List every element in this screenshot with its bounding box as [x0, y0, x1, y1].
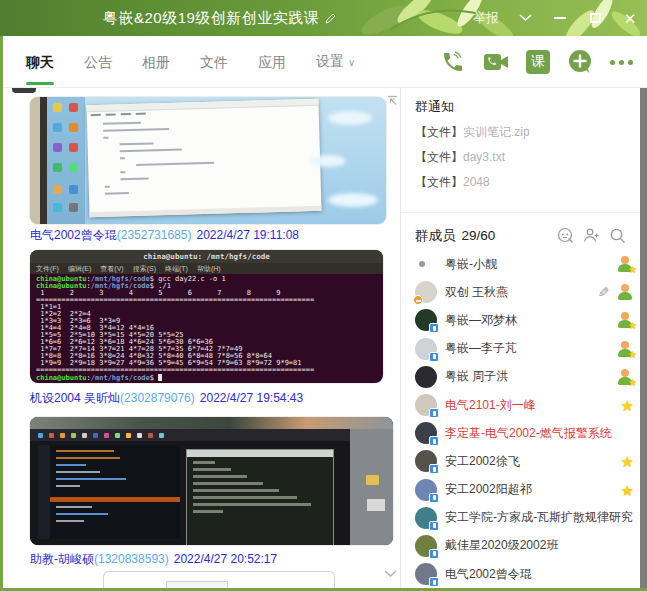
photo-classroom-strip [30, 417, 393, 429]
member-name: 粤嵌-小靓 [445, 256, 497, 273]
chat-history-panel: 电气2002曾令琨23527316852022/4/27 19:11:08 ch… [3, 88, 400, 588]
typing-pencil-icon: ✎ [595, 286, 611, 298]
photo-wall [30, 97, 40, 224]
photo-desk-right [350, 429, 393, 545]
mobile-online-icon [429, 408, 439, 418]
member-name: 粤嵌—邓梦林 [445, 312, 517, 329]
terminal-menubar: 文件(F)编辑(E)查看(V)搜索(S)终端(T)帮助(H) [30, 263, 383, 274]
member-name: 安工学院-方家成-瓦斯扩散规律研究 [445, 509, 633, 526]
member-row[interactable]: 电气2101-刘一峰★ [415, 391, 638, 419]
mobile-online-icon [429, 464, 439, 474]
members-count: 29/60 [462, 228, 496, 243]
member-avatar [415, 338, 437, 360]
mobile-online-icon [429, 577, 439, 587]
terminal-line: ========================================… [36, 367, 377, 374]
member-row[interactable]: 李定基-电气2002-燃气报警系统 [415, 419, 638, 447]
group-title: 粤嵌&20级19级创新创业实践课 [103, 9, 336, 28]
message-image-photo-ide[interactable] [30, 417, 393, 545]
member-avatar [415, 563, 437, 585]
partial-message-bubble[interactable] [103, 571, 335, 588]
message-sender-line: 电气2002曾令琨23527316852022/4/27 19:11:08 [30, 227, 299, 244]
sender-time: 2022/4/27 19:54:43 [200, 391, 303, 405]
tab-1[interactable]: 公告 [69, 36, 127, 88]
member-row[interactable]: 戴佳星2020级2002班 [415, 532, 638, 560]
collapse-sidebar-icon[interactable] [387, 92, 398, 110]
tab-2[interactable]: 相册 [127, 36, 185, 88]
member-name: 电气2002曾令琨 [445, 566, 532, 583]
sidebar-scrollbar[interactable] [640, 88, 647, 588]
mobile-online-icon [429, 323, 439, 333]
tab-0[interactable]: 聊天 [11, 36, 69, 88]
member-row[interactable]: 安工2002徐飞★ [415, 447, 638, 475]
member-row[interactable]: 粤嵌—邓梦林★ [415, 306, 638, 334]
edit-title-icon[interactable] [325, 10, 336, 27]
sender-name[interactable]: 机设2004 吴昕灿 [30, 391, 120, 405]
group-sidebar: 群通知 【文件】实训笔记.zip【文件】day3.txt【文件】2048 群成员… [401, 88, 640, 588]
notice-item[interactable]: 【文件】day3.txt [415, 145, 630, 170]
member-admin-badge-icon: ★ [617, 312, 634, 328]
member-name: 安工2002阳超祁 [445, 481, 532, 498]
video-call-icon[interactable] [483, 49, 509, 75]
sender-name[interactable]: 助教-胡峻硕 [30, 552, 94, 566]
notice-item[interactable]: 【文件】实训笔记.zip [415, 120, 630, 145]
member-name: 双创 王秋燕 [445, 284, 508, 301]
terminal-output: china@ubuntu:/mnt/hgfs/code$ gcc day22.c… [30, 274, 383, 383]
maximize-button[interactable] [586, 9, 604, 27]
member-star-badge-icon: ★ [621, 398, 634, 413]
member-name: 粤嵌—李子芃 [445, 340, 517, 357]
member-row[interactable]: 安工2002阳超祁★ [415, 476, 638, 504]
member-avatar [415, 281, 437, 303]
report-button[interactable]: 举报 [473, 9, 499, 27]
member-avatar [415, 450, 437, 472]
tab-4[interactable]: 应用 [243, 36, 301, 88]
invite-member-icon[interactable] [583, 227, 600, 244]
close-button[interactable]: ✕ [621, 9, 639, 27]
member-row[interactable]: 粤嵌-小靓★ [415, 250, 638, 278]
member-avatar [415, 253, 437, 275]
message-image-photo-desktop[interactable] [30, 97, 386, 224]
titlebar[interactable]: 粤嵌&20级19级创新创业实践课 举报 ✕ [0, 0, 647, 36]
search-member-icon[interactable] [609, 227, 626, 244]
member-online-badge-icon [617, 284, 634, 300]
message-sender-line: 机设2004 吴昕灿23028790762022/4/27 19:54:43 [30, 390, 303, 407]
member-star-badge-icon: ★ [621, 454, 634, 469]
notice-item[interactable]: 【文件】2048 [415, 170, 630, 195]
anonymous-chat-icon[interactable] [557, 227, 574, 244]
member-avatar [415, 422, 437, 444]
more-options-icon[interactable] [610, 60, 633, 65]
message-image-terminal[interactable]: china@ubuntu: /mnt/hgfs/code 文件(F)编辑(E)查… [30, 250, 383, 383]
member-avatar [415, 479, 437, 501]
minimize-button[interactable] [551, 9, 569, 27]
member-row[interactable]: 双创 王秋燕✎ [415, 278, 638, 306]
member-row[interactable]: 电气2002曾令琨 [415, 560, 638, 588]
skin-chevron-icon[interactable] [516, 9, 534, 27]
tab-list: 聊天公告相册文件应用设置∨ [3, 36, 370, 88]
member-row[interactable]: 粤嵌—李子芃★ [415, 335, 638, 363]
member-avatar [415, 507, 437, 529]
sender-qq: 2352731685 [117, 228, 192, 242]
group-notice-list: 【文件】实训笔记.zip【文件】day3.txt【文件】2048 [415, 120, 630, 195]
tabbar: 聊天公告相册文件应用设置∨ 课 [3, 36, 647, 88]
member-admin-badge-icon: ★ [617, 369, 634, 385]
course-app-icon[interactable]: 课 [526, 50, 550, 74]
voice-call-icon[interactable] [440, 49, 466, 75]
terminal-line: ========================================… [36, 297, 377, 304]
mobile-online-icon [429, 436, 439, 446]
tab-caret-icon: ∨ [348, 57, 355, 68]
previous-image-edge [12, 88, 36, 93]
message-sender-line: 助教-胡峻硕13208385932022/4/27 20:52:17 [30, 551, 277, 568]
sender-qq: 2302879076 [120, 391, 195, 405]
member-row[interactable]: 安工学院-方家成-瓦斯扩散规律研究 [415, 504, 638, 532]
tab-3[interactable]: 文件 [185, 36, 243, 88]
scroll-down-icon[interactable] [384, 564, 397, 582]
photo-monitor-bezel [40, 97, 47, 224]
sender-name[interactable]: 电气2002曾令琨 [30, 228, 117, 242]
terminal-line: china@ubuntu:/mnt/hgfs/code$ [36, 374, 377, 382]
member-row[interactable]: 粤嵌 周子洪★ [415, 363, 638, 391]
sender-time: 2022/4/27 20:52:17 [174, 552, 277, 566]
mobile-online-icon [429, 493, 439, 503]
add-icon[interactable] [567, 49, 593, 75]
member-admin-badge-icon: ★ [617, 256, 634, 272]
tab-5[interactable]: 设置∨ [301, 35, 370, 89]
photo-monitor-screen [30, 429, 350, 545]
